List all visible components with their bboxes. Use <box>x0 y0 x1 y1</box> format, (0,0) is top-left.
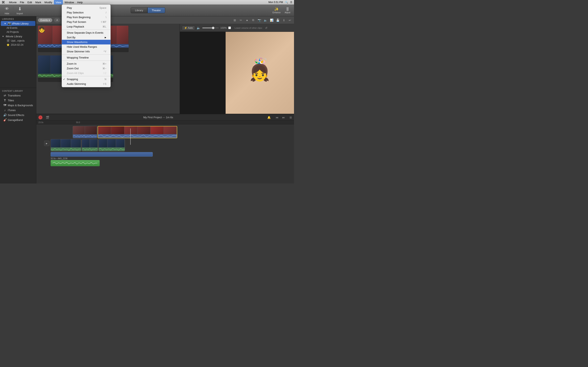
grid-icon[interactable]: ⊞ <box>232 18 237 23</box>
clip-1[interactable] <box>73 126 97 138</box>
auto-button[interactable]: ⚡ Auto <box>182 26 195 30</box>
menu-item-show-waveforms[interactable]: Show Waveforms <box>62 40 111 44</box>
menubar-edit[interactable]: Edit <box>26 0 34 4</box>
sidebar-item-all-projects[interactable]: All Projects <box>0 30 36 34</box>
menu-play-sel-label: Play Selection <box>67 11 84 14</box>
lower-volume-checkbox[interactable] <box>228 26 231 29</box>
menu-item-show-separate-days[interactable]: Show Separate Days in Events <box>62 30 111 35</box>
clip-2[interactable] <box>98 126 177 138</box>
sound-effects-icon: 🔊 <box>3 113 7 117</box>
itunes-label: iTunes <box>8 109 16 112</box>
volume-speaker-icon[interactable]: 🔈 <box>197 26 201 30</box>
menu-item-hide-used-media[interactable]: Hide Used Media Ranges <box>62 44 111 49</box>
sidebar-item-iphoto[interactable]: ▼ 📷 iPhoto Library <box>1 21 35 26</box>
menu-zi-label: Zoom In <box>67 62 77 65</box>
clip1-frames <box>73 126 97 134</box>
thumb2-f5 <box>116 26 129 44</box>
bg-f1 <box>51 139 61 147</box>
sidebar-item-2014[interactable]: ⭐ 2014-02-24 <box>0 43 36 47</box>
trim-icon[interactable]: ✂ <box>238 18 243 23</box>
menu-item-zoom-all-clips[interactable]: Zoom All Clips ⇧Z <box>62 71 111 75</box>
bg-clip-2[interactable] <box>82 139 98 151</box>
sidebar-item-imovie-lib[interactable]: ▼ iMovie Library <box>0 34 36 39</box>
bg-clip-1[interactable] <box>51 139 81 151</box>
menu-item-zoom-out[interactable]: Zoom Out ⌘− <box>62 66 111 71</box>
bg3-f1 <box>99 139 107 147</box>
save-icon[interactable]: 💾 <box>275 18 280 23</box>
bg-play-btn[interactable]: ▶ <box>44 141 49 146</box>
lower-vol-label: Lower volume of other clips: <box>234 27 263 29</box>
clip2-f3 <box>124 126 138 134</box>
sidebar-item-sound-effects[interactable]: 🔊 Sound Effects <box>0 113 36 117</box>
timeline-close-button[interactable]: ✕ <box>38 115 43 119</box>
info-icon[interactable]: ℹ <box>281 18 286 23</box>
green-audio-clip[interactable] <box>51 160 100 166</box>
menu-item-audio-skimming[interactable]: Audio Skimming ⇧S <box>62 82 111 86</box>
sidebar-item-all-events[interactable]: All Events <box>0 26 36 30</box>
hide-button[interactable]: 👁 Hide <box>2 5 12 16</box>
back-icon[interactable]: ↩ <box>287 18 292 23</box>
clip-row-bg: ▶ <box>38 139 292 151</box>
menubar-help[interactable]: Help <box>76 0 84 4</box>
import-button[interactable]: ⬇ Import <box>15 5 25 16</box>
all-events-label: All Events <box>7 26 17 29</box>
chart-icon[interactable]: 📊 <box>269 18 274 23</box>
menu-item-zoom-in[interactable]: Zoom In ⌘= <box>62 61 111 66</box>
circle-icon[interactable]: ● <box>245 18 250 23</box>
sidebar-item-titles[interactable]: T Titles <box>0 98 36 103</box>
enhance-button[interactable]: ✨ Enhance <box>271 6 282 15</box>
apple-menu[interactable]: ⌘ <box>2 0 5 4</box>
menubar-menu-icon[interactable]: ☰ <box>290 1 292 4</box>
skip-back-button[interactable]: ⏮ <box>274 115 280 120</box>
green-clip-container: 32.5s – IMG_2236 <box>51 157 100 166</box>
menu-item-play-from-beginning[interactable]: Play from Beginning \ <box>62 15 111 20</box>
menu-item-sort-by[interactable]: Sort By ▶ <box>62 35 111 40</box>
preview-video: 👧 🪅 <box>180 32 294 114</box>
menubar-mark[interactable]: Mark <box>34 0 43 4</box>
tab-photos[interactable]: A <box>54 18 61 22</box>
sidebar-item-upd-projects[interactable]: 🎬 Upd...rojects <box>0 39 36 43</box>
menu-item-play[interactable]: Play Space <box>62 6 111 10</box>
toolbar-sep-1 <box>13 6 13 15</box>
menu-item-play-selection[interactable]: Play Selection / <box>62 10 111 15</box>
adjust-button[interactable]: 🎛 Adjust <box>283 6 292 15</box>
sidebar-item-itunes[interactable]: ♪ iTunes <box>0 108 36 113</box>
timeline-duration-val: 1m 6s <box>166 116 173 119</box>
menu-item-loop-playback[interactable]: Loop Playback ⌘L <box>62 24 111 29</box>
menu-item-show-skimmer-info[interactable]: Show Skimmer Info ^Y <box>62 49 111 54</box>
menubar-view[interactable]: View <box>54 0 63 4</box>
video-thumb-3[interactable] <box>38 55 62 82</box>
menubar-window[interactable]: Window <box>63 0 76 4</box>
menu-item-snapping[interactable]: ✓ Snapping N <box>62 77 111 82</box>
reset-volume-icon[interactable]: ↺ <box>265 26 268 30</box>
menubar-search-icon[interactable]: 🔍 <box>285 1 288 4</box>
iphoto-label: iPhoto Library <box>12 22 29 25</box>
menubar-imovie[interactable]: iMovie <box>7 0 18 4</box>
menubar-file[interactable]: File <box>18 0 26 4</box>
theater-button[interactable]: Theater <box>147 7 165 13</box>
bg-clip-3[interactable] <box>98 139 125 151</box>
menubar: ⌘ iMovie File Edit Mark Modify View Wind… <box>0 0 294 4</box>
titles-label: Titles <box>8 99 14 102</box>
skip-forward-button[interactable]: ⏭ <box>281 115 286 120</box>
bg-play-icon: ▶ <box>46 142 48 145</box>
menu-loop-label: Loop Playback <box>67 25 84 28</box>
expand-icon[interactable]: ⊞ <box>290 116 292 119</box>
sidebar-item-maps-bg[interactable]: 🗺 Maps & Backgrounds <box>0 103 36 108</box>
volume-knob[interactable] <box>212 27 214 29</box>
audio-icon[interactable]: 🔈 <box>263 18 268 23</box>
menu-zac-shortcut: ⇧Z <box>103 72 106 75</box>
sidebar-item-transitions[interactable]: ⇄ Transitions <box>0 93 36 98</box>
tab-events[interactable]: Events ▾ <box>38 18 52 22</box>
camera-icon[interactable]: 📷 <box>257 18 262 23</box>
transform-icon[interactable]: ⧉ <box>251 18 256 23</box>
blue-audio-bar[interactable] <box>51 152 153 157</box>
ruler-mark-2: 50.0 <box>76 121 80 124</box>
menu-item-play-full-screen[interactable]: Play Full Screen ⇧⌘F <box>62 20 111 24</box>
library-button[interactable]: Library <box>131 7 147 13</box>
sidebar-item-garageband[interactable]: 🎸 GarageBand <box>0 117 36 122</box>
menubar-modify[interactable]: Modify <box>43 0 54 4</box>
volume-slider[interactable] <box>202 27 219 28</box>
adjust-label: Adjust <box>285 11 290 14</box>
menu-item-wrapping-timeline[interactable]: Wrapping Timeline <box>62 55 111 60</box>
